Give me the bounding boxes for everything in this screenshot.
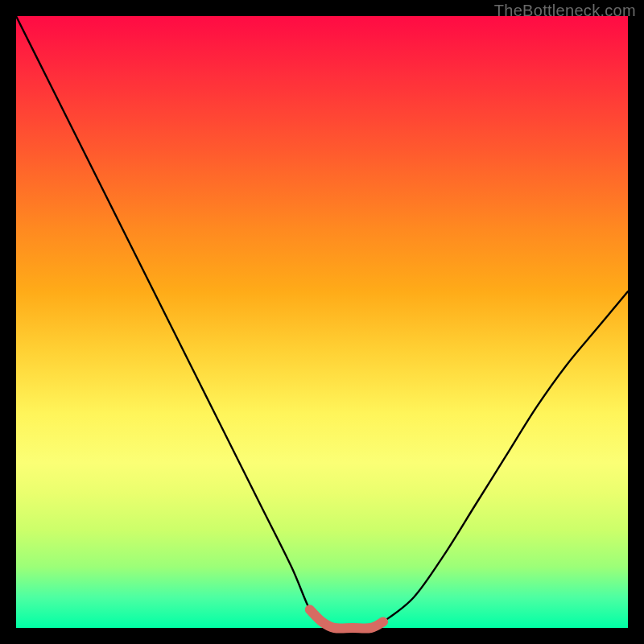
chart-svg (16, 16, 628, 628)
chart-frame: TheBottleneck.com (0, 0, 644, 644)
plot-area (16, 16, 628, 628)
curve-line (16, 16, 628, 629)
accent-segment (310, 609, 383, 628)
